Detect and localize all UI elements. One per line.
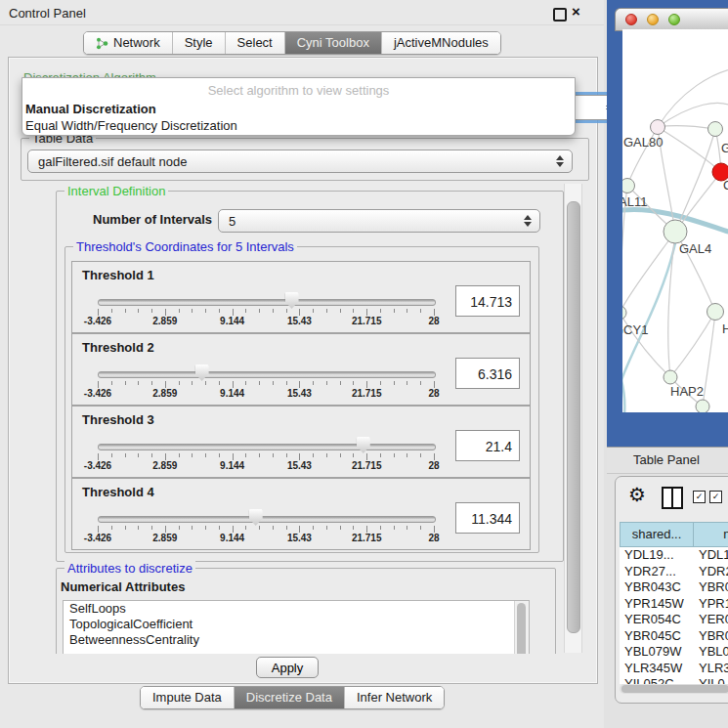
network-edge[interactable]: [658, 126, 715, 129]
network-window-titlebar[interactable]: [615, 8, 728, 31]
column-header-name[interactable]: na: [694, 522, 728, 547]
checkbox-icon[interactable]: ✓: [693, 491, 706, 503]
threshold-value-field[interactable]: 11.344: [455, 502, 520, 534]
table-cell[interactable]: YBR0: [694, 579, 728, 596]
table-row[interactable]: YLR345WYLR3: [620, 661, 728, 677]
network-edge[interactable]: [658, 68, 728, 127]
slider-tick-label: 9.144: [220, 460, 244, 471]
table-row[interactable]: YIL052CYIL0: [620, 676, 728, 684]
table-cell[interactable]: YER054C: [620, 612, 694, 628]
threshold-3-box: Threshold 3-3.4262.8599.14415.4321.71528…: [71, 406, 531, 478]
window-minimize-icon[interactable]: [647, 14, 659, 25]
slider-tick: [420, 309, 421, 313]
thresholds-group: Threshold's Coordinates for 5 Intervals …: [64, 246, 539, 553]
network-canvas[interactable]: GAL80GACGAL11GAL4GCY1HHAP2: [622, 29, 728, 412]
table-cell[interactable]: YER0: [694, 612, 728, 628]
network-node-h[interactable]: [707, 304, 724, 321]
slider-tick: [111, 309, 112, 313]
num-intervals-select[interactable]: 5: [218, 209, 540, 233]
attribute-item[interactable]: SelfLoops: [64, 601, 529, 617]
tab-jactivemnodules[interactable]: jActiveMNodules: [382, 32, 500, 54]
tab-select[interactable]: Select: [226, 32, 285, 54]
network-node-gal80[interactable]: [651, 120, 665, 135]
split-columns-icon[interactable]: [662, 487, 683, 509]
table-data-select[interactable]: galFiltered.sif default node: [27, 150, 573, 173]
table-cell[interactable]: YBR0: [694, 628, 728, 645]
tab-cyni-toolbox[interactable]: Cyni Toolbox: [285, 32, 382, 54]
slider-tick: [313, 381, 314, 385]
table-cell[interactable]: YDR27...: [620, 564, 694, 580]
attribute-item[interactable]: BetweennessCentrality: [64, 632, 529, 648]
table-row[interactable]: YER054CYER0: [620, 612, 728, 628]
table-cell[interactable]: YPR145W: [620, 596, 694, 613]
table-cell[interactable]: YPR1: [694, 596, 728, 613]
table-cell[interactable]: YDL1: [694, 547, 728, 564]
tab-impute-data[interactable]: Impute Data: [141, 687, 235, 708]
gear-icon[interactable]: ⚙: [628, 483, 646, 506]
network-node-gcy1[interactable]: [622, 306, 626, 320]
table-row[interactable]: YDL19...YDL1: [620, 547, 728, 564]
table-hscrollbar-thumb[interactable]: [621, 685, 728, 693]
algorithm-option-manual[interactable]: Manual Discretization: [25, 102, 156, 116]
network-node-hap2[interactable]: [664, 370, 677, 384]
table-row[interactable]: YBR045CYBR0: [620, 628, 728, 645]
table-cell[interactable]: YBR043C: [620, 579, 694, 596]
network-edge[interactable]: [622, 352, 624, 412]
attribute-item[interactable]: TopologicalCoefficient: [64, 617, 529, 632]
table-row[interactable]: YBR043CYBR0: [620, 579, 728, 596]
network-node-gal11[interactable]: [622, 179, 635, 193]
slider-tick: [420, 381, 421, 385]
slider-track[interactable]: [98, 299, 436, 306]
window-close-icon[interactable]: [625, 14, 637, 25]
slider-tick-label: 2.859: [152, 388, 177, 399]
apply-button[interactable]: Apply: [256, 657, 319, 678]
network-node-gal4[interactable]: [664, 220, 687, 243]
table-row[interactable]: YPR145WYPR1: [620, 596, 728, 613]
table-cell[interactable]: YIL0: [694, 676, 728, 684]
tab-discretize-data[interactable]: Discretize Data: [235, 687, 345, 708]
table-cell[interactable]: YDR2: [694, 564, 728, 580]
tab-network[interactable]: Network: [84, 32, 173, 54]
threshold-value-field[interactable]: 6.316: [455, 358, 520, 389]
tab-infer-network[interactable]: Infer Network: [345, 687, 444, 708]
slider-tick: [326, 526, 327, 530]
slider-track[interactable]: [98, 516, 436, 523]
table-cell[interactable]: YIL052C: [620, 676, 694, 684]
slider-tick: [151, 526, 152, 530]
column-header-shared-name[interactable]: shared...: [620, 522, 694, 547]
table-cell[interactable]: YLR345W: [620, 661, 694, 677]
network-edge[interactable]: [622, 243, 675, 383]
table-cell[interactable]: YBL0: [694, 644, 728, 661]
slider-thumb[interactable]: [249, 509, 263, 526]
window-zoom-icon[interactable]: [668, 14, 680, 25]
table-cell[interactable]: YBR045C: [620, 628, 694, 645]
table-cell[interactable]: YLR3: [694, 661, 728, 677]
slider-thumb[interactable]: [357, 437, 370, 453]
float-panel-icon[interactable]: [553, 8, 567, 21]
algorithm-option-equal-width[interactable]: Equal Width/Frequency Discretization: [25, 118, 237, 133]
network-node-node-bottom[interactable]: [696, 400, 709, 412]
network-edge[interactable]: [703, 312, 715, 407]
threshold-value-field[interactable]: 21.4: [455, 430, 520, 461]
panel-scrollbar-thumb[interactable]: [567, 201, 580, 633]
slider-thumb[interactable]: [285, 292, 299, 309]
table-row[interactable]: YDR27...YDR2: [620, 564, 728, 580]
table-row[interactable]: YBL079WYBL0: [620, 644, 728, 661]
table-cell[interactable]: YBL079W: [620, 644, 694, 661]
table-cell[interactable]: YDL19...: [620, 547, 694, 564]
slider-tick: [151, 381, 152, 385]
slider-track[interactable]: [98, 444, 436, 450]
attribute-items: SelfLoopsTopologicalCoefficientBetweenne…: [64, 601, 529, 648]
panel-scrollbar[interactable]: [564, 184, 582, 653]
network-node-ga[interactable]: [708, 122, 723, 137]
tab-label: Discretize Data: [246, 687, 332, 708]
slider-track[interactable]: [98, 371, 436, 378]
close-panel-icon[interactable]: ×: [572, 3, 580, 20]
attributes-scrollbar[interactable]: [514, 601, 529, 654]
table-hscrollbar[interactable]: [620, 684, 728, 694]
slider-tick: [205, 309, 206, 313]
checkbox-icon[interactable]: ✓: [709, 491, 722, 503]
slider-thumb[interactable]: [195, 364, 209, 381]
tab-style[interactable]: Style: [173, 32, 226, 54]
threshold-value-field[interactable]: 14.713: [455, 285, 520, 317]
